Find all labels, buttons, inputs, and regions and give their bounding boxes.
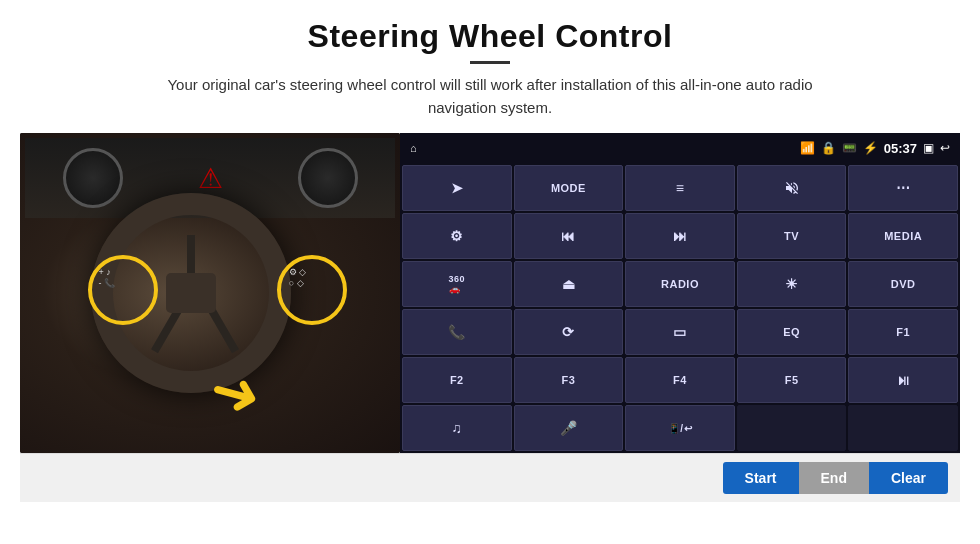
btn-mute[interactable] bbox=[737, 165, 847, 211]
ui-button-grid: ➤ MODE ≡ ⋯ ⚙ ⏮ ⏭ TV MEDIA 360🚗 ⏏ RADIO ☀… bbox=[400, 163, 960, 453]
bluetooth-icon: ⚡ bbox=[863, 141, 878, 155]
btn-mic[interactable]: 🎤 bbox=[514, 405, 624, 451]
btn-f5[interactable]: F5 bbox=[737, 357, 847, 403]
btn-empty-2 bbox=[848, 405, 958, 451]
btn-swipe[interactable]: ⟳ bbox=[514, 309, 624, 355]
home-icon: ⌂ bbox=[410, 142, 417, 154]
car-image: ⚠ + ♪ - 📞 bbox=[20, 133, 400, 453]
btn-empty-1 bbox=[737, 405, 847, 451]
screen-icon: ▣ bbox=[923, 141, 934, 155]
wheel-center bbox=[166, 273, 216, 313]
highlight-circle-left: + ♪ - 📞 bbox=[88, 255, 158, 325]
status-left: ⌂ bbox=[410, 142, 417, 154]
btn-display[interactable]: ▭ bbox=[625, 309, 735, 355]
btn-apps[interactable]: ⋯ bbox=[848, 165, 958, 211]
status-bar: ⌂ 📶 🔒 📟 ⚡ 05:37 ▣ ↩ bbox=[400, 133, 960, 163]
status-right: 📶 🔒 📟 ⚡ 05:37 ▣ ↩ bbox=[800, 141, 950, 156]
bottom-bar: Start End Clear bbox=[20, 453, 960, 502]
steering-wheel-bg: ⚠ + ♪ - 📞 bbox=[20, 133, 400, 453]
btn-f4[interactable]: F4 bbox=[625, 357, 735, 403]
content-row: ⚠ + ♪ - 📞 bbox=[20, 133, 960, 453]
btn-list[interactable]: ≡ bbox=[625, 165, 735, 211]
btn-playpause[interactable]: ⏯ bbox=[848, 357, 958, 403]
wifi-icon: 📶 bbox=[800, 141, 815, 155]
clear-button[interactable]: Clear bbox=[869, 462, 948, 494]
btn-dvd[interactable]: DVD bbox=[848, 261, 958, 307]
btn-f1[interactable]: F1 bbox=[848, 309, 958, 355]
btn-f2[interactable]: F2 bbox=[402, 357, 512, 403]
btn-settings[interactable]: ⚙ bbox=[402, 213, 512, 259]
btn-media[interactable]: MEDIA bbox=[848, 213, 958, 259]
page-container: Steering Wheel Control Your original car… bbox=[0, 0, 980, 544]
btn-mode[interactable]: MODE bbox=[514, 165, 624, 211]
time-display: 05:37 bbox=[884, 141, 917, 156]
btn-brightness[interactable]: ☀ bbox=[737, 261, 847, 307]
btn-volphone[interactable]: 📱/↩ bbox=[625, 405, 735, 451]
sim-icon: 📟 bbox=[842, 141, 857, 155]
back-icon: ↩ bbox=[940, 141, 950, 155]
btn-tv[interactable]: TV bbox=[737, 213, 847, 259]
btn-eq[interactable]: EQ bbox=[737, 309, 847, 355]
lock-icon: 🔒 bbox=[821, 141, 836, 155]
btn-navigate[interactable]: ➤ bbox=[402, 165, 512, 211]
end-button[interactable]: End bbox=[799, 462, 869, 494]
btn-next[interactable]: ⏭ bbox=[625, 213, 735, 259]
start-button[interactable]: Start bbox=[723, 462, 799, 494]
btn-radio[interactable]: RADIO bbox=[625, 261, 735, 307]
title-divider bbox=[470, 61, 510, 64]
ui-panel: ⌂ 📶 🔒 📟 ⚡ 05:37 ▣ ↩ ➤ MODE ≡ bbox=[400, 133, 960, 453]
gauge-right bbox=[298, 148, 358, 208]
btn-prev[interactable]: ⏮ bbox=[514, 213, 624, 259]
highlight-circle-right: ⚙ ◇ ○ ◇ bbox=[277, 255, 347, 325]
btn-phone[interactable]: 📞 bbox=[402, 309, 512, 355]
btn-f3[interactable]: F3 bbox=[514, 357, 624, 403]
btn-cam360[interactable]: 360🚗 bbox=[402, 261, 512, 307]
page-subtitle: Your original car's steering wheel contr… bbox=[140, 74, 840, 119]
gauge-left bbox=[63, 148, 123, 208]
page-title: Steering Wheel Control bbox=[308, 18, 673, 55]
btn-music[interactable]: ♫ bbox=[402, 405, 512, 451]
btn-eject[interactable]: ⏏ bbox=[514, 261, 624, 307]
